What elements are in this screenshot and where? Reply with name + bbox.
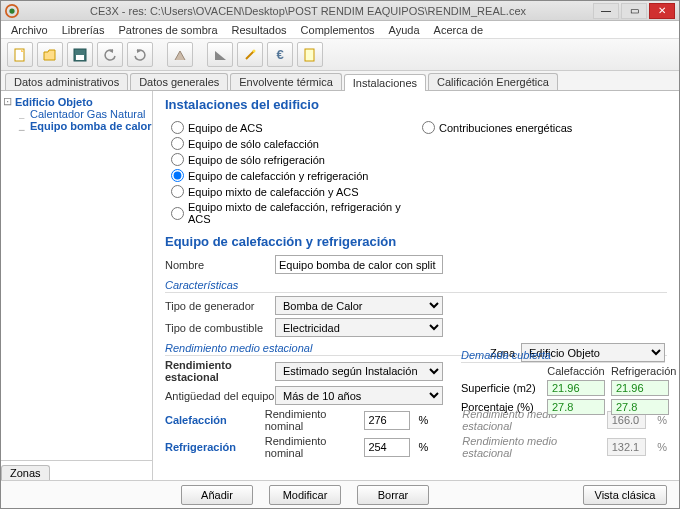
menu-ayuda[interactable]: Ayuda xyxy=(383,23,426,37)
group-caracteristicas: Características xyxy=(165,279,667,293)
demanda-row-porcentaje: Porcentaje (%) xyxy=(461,401,541,413)
label-rend-est: Rendimiento estacional xyxy=(165,359,275,383)
tab-instalaciones[interactable]: Instalaciones xyxy=(344,74,426,91)
demanda-col-refrig: Refrigeración xyxy=(611,365,669,377)
tab-bar: Datos administrativos Datos generales En… xyxy=(1,71,679,91)
maximize-button[interactable]: ▭ xyxy=(621,3,647,19)
input-rn-ref[interactable] xyxy=(364,438,410,457)
radio-contribuciones[interactable]: Contribuciones energéticas xyxy=(422,121,667,134)
menu-acerca[interactable]: Acerca de xyxy=(428,23,490,37)
svg-rect-7 xyxy=(305,49,314,61)
demanda-sup-refrig: 21.96 xyxy=(611,380,669,396)
input-rn-cal[interactable] xyxy=(364,411,410,430)
label-calefaccion: Calefacción xyxy=(165,414,227,426)
svg-rect-4 xyxy=(76,55,84,60)
select-rend-est[interactable]: Estimado según Instalación xyxy=(275,362,443,381)
radio-calef[interactable]: Equipo de sólo calefacción xyxy=(171,137,416,150)
menu-resultados[interactable]: Resultados xyxy=(226,23,293,37)
tab-envolvente[interactable]: Envolvente térmica xyxy=(230,73,342,90)
label-antiguedad: Antigüedad del equipo xyxy=(165,390,275,402)
svg-point-1 xyxy=(9,8,14,13)
sidebar-tab-zonas[interactable]: Zonas xyxy=(1,465,50,480)
radio-acs[interactable]: Equipo de ACS xyxy=(171,121,416,134)
toolbar-new-icon[interactable] xyxy=(7,42,33,67)
label-refrigeracion: Refrigeración xyxy=(165,441,236,453)
toolbar-euro-icon[interactable]: € xyxy=(267,42,293,67)
tree[interactable]: Edificio Objeto Calentador Gas Natural E… xyxy=(1,91,152,460)
svg-point-6 xyxy=(253,49,256,52)
select-tipo-comb[interactable]: Electricidad xyxy=(275,318,443,337)
select-tipo-gen[interactable]: Bomba de Calor xyxy=(275,296,443,315)
tree-item-calentador[interactable]: Calentador Gas Natural xyxy=(3,108,150,120)
minimize-button[interactable]: — xyxy=(593,3,619,19)
classic-view-button[interactable]: Vista clásica xyxy=(583,485,667,505)
menu-archivo[interactable]: Archivo xyxy=(5,23,54,37)
menubar: Archivo Librerías Patrones de sombra Res… xyxy=(1,21,679,39)
radio-mixto-todo[interactable]: Equipo mixto de calefacción, refrigeraci… xyxy=(171,201,416,225)
toolbar-wand-icon[interactable] xyxy=(237,42,263,67)
select-antiguedad[interactable]: Más de 10 años xyxy=(275,386,443,405)
menu-librerias[interactable]: Librerías xyxy=(56,23,111,37)
add-button[interactable]: Añadir xyxy=(181,485,253,505)
toolbar-open-icon[interactable] xyxy=(37,42,63,67)
titlebar: CE3X - res: C:\Users\OVACEN\Desktop\POST… xyxy=(1,1,679,21)
modify-button[interactable]: Modificar xyxy=(269,485,341,505)
section-title-instalaciones: Instalaciones del edificio xyxy=(165,97,667,112)
main-panel: Instalaciones del edificio Equipo de ACS… xyxy=(153,91,679,480)
demanda-row-superficie: Superficie (m2) xyxy=(461,382,541,394)
delete-button[interactable]: Borrar xyxy=(357,485,429,505)
toolbar-undo-icon[interactable] xyxy=(97,42,123,67)
menu-complementos[interactable]: Complementos xyxy=(295,23,381,37)
tree-root[interactable]: Edificio Objeto xyxy=(3,95,150,108)
tab-datos-gen[interactable]: Datos generales xyxy=(130,73,228,90)
sidebar: Edificio Objeto Calentador Gas Natural E… xyxy=(1,91,153,480)
toolbar-tool2-icon[interactable] xyxy=(207,42,233,67)
label-rn-cal: Rendimiento nominal xyxy=(265,408,361,432)
toolbar-save-icon[interactable] xyxy=(67,42,93,67)
window-title: CE3X - res: C:\Users\OVACEN\Desktop\POST… xyxy=(25,5,591,17)
tree-item-equipo[interactable]: Equipo bomba de calor con spli xyxy=(3,120,150,132)
tab-calificacion[interactable]: Calificación Energética xyxy=(428,73,558,90)
label-rn-ref: Rendimiento nominal xyxy=(265,435,361,459)
radio-refrig[interactable]: Equipo de sólo refrigeración xyxy=(171,153,416,166)
label-nombre: Nombre xyxy=(165,259,275,271)
demanda-pct-calef: 27.8 xyxy=(547,399,605,415)
toolbar-tool1-icon[interactable] xyxy=(167,42,193,67)
toolbar-redo-icon[interactable] xyxy=(127,42,153,67)
value-rme-ref: 132.1 xyxy=(607,438,647,456)
toolbar: € xyxy=(1,39,679,71)
menu-patrones[interactable]: Patrones de sombra xyxy=(112,23,223,37)
input-nombre[interactable] xyxy=(275,255,443,274)
label-rme-ref: Rendimiento medio estacional xyxy=(462,435,590,459)
app-icon xyxy=(5,4,19,18)
radio-calef-refrig[interactable]: Equipo de calefacción y refrigeración xyxy=(171,169,416,182)
close-button[interactable]: ✕ xyxy=(649,3,675,19)
demanda-sup-calef: 21.96 xyxy=(547,380,605,396)
demanda-pct-refrig: 27.8 xyxy=(611,399,669,415)
section-title-equipo: Equipo de calefacción y refrigeración xyxy=(165,234,667,249)
footer: Añadir Modificar Borrar Vista clásica xyxy=(1,480,679,508)
label-tipo-comb: Tipo de combustible xyxy=(165,322,275,334)
toolbar-doc-icon[interactable] xyxy=(297,42,323,67)
label-tipo-gen: Tipo de generador xyxy=(165,300,275,312)
group-demanda: Demanda cubierta xyxy=(461,349,665,363)
tab-datos-admin[interactable]: Datos administrativos xyxy=(5,73,128,90)
radio-mixto-acs[interactable]: Equipo mixto de calefacción y ACS xyxy=(171,185,416,198)
demanda-col-calef: Calefacción xyxy=(547,365,605,377)
svg-line-5 xyxy=(246,51,254,59)
